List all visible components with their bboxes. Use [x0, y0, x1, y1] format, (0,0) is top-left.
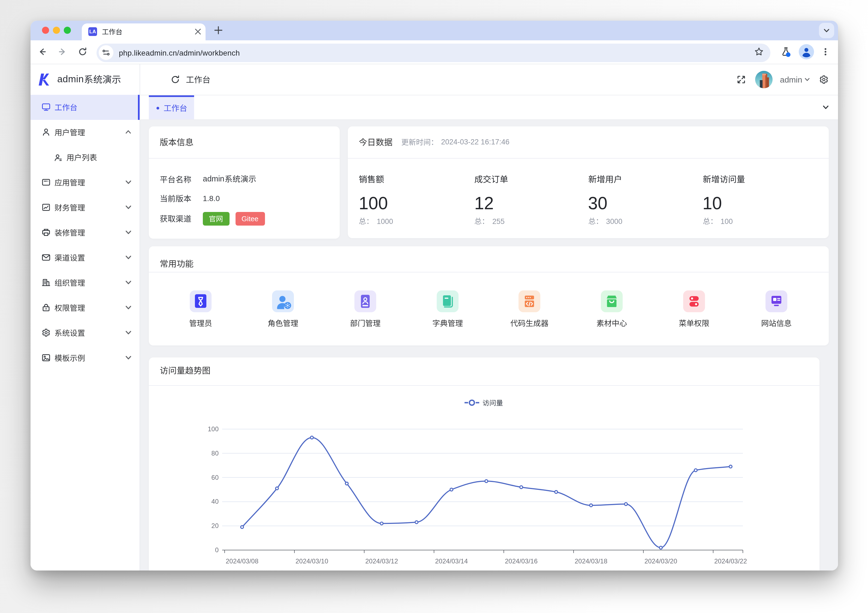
svg-text:80: 80 [211, 449, 219, 457]
svg-text:2024/03/10: 2024/03/10 [295, 557, 328, 565]
svg-text:20: 20 [211, 522, 219, 529]
svg-text:2024/03/12: 2024/03/12 [365, 557, 398, 565]
svg-text:2024/03/18: 2024/03/18 [574, 557, 607, 565]
svg-text:40: 40 [211, 497, 219, 505]
svg-text:2024/03/14: 2024/03/14 [435, 557, 468, 565]
svg-text:2024/03/16: 2024/03/16 [505, 557, 537, 565]
svg-text:2024/03/20: 2024/03/20 [644, 557, 677, 565]
svg-text:0: 0 [215, 546, 219, 553]
svg-text:100: 100 [208, 425, 219, 432]
svg-text:2024/03/08: 2024/03/08 [225, 557, 258, 565]
svg-text:2024/03/22: 2024/03/22 [714, 557, 747, 565]
svg-text:60: 60 [211, 474, 219, 481]
